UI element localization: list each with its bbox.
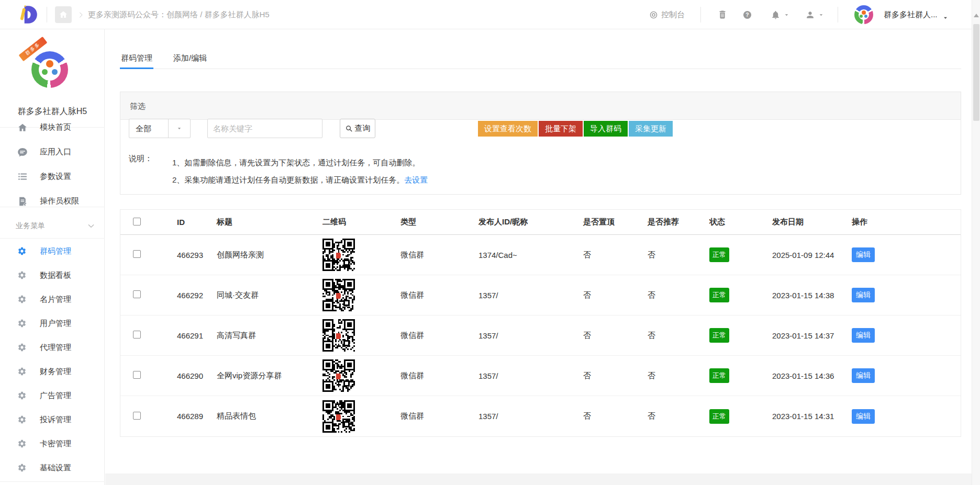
row-recommended: 否 [648, 331, 709, 341]
sidebar-item-basic-settings[interactable]: 基础设置 [0, 456, 105, 480]
row-pinned: 否 [583, 331, 648, 341]
sidebar-item-card-key-management[interactable]: 卡密管理 [0, 432, 105, 456]
edit-button[interactable]: 编辑 [852, 409, 875, 424]
select-value: 全部 [129, 119, 168, 138]
table-row: 466290 全网vip资源分享群 微信群 1357/ 否 否 正常 2023-… [120, 356, 961, 396]
status-badge: 正常 [709, 288, 729, 302]
edit-button[interactable]: 编辑 [852, 328, 875, 343]
tab-group-code-management[interactable]: 群码管理 [120, 50, 153, 69]
collect-update-button[interactable]: 采集更新 [629, 121, 673, 137]
row-publisher: 1357/ [478, 291, 583, 300]
caret-down-icon [168, 119, 190, 138]
row-checkbox[interactable] [133, 412, 141, 420]
row-type: 微信群 [400, 411, 478, 421]
filter-panel-title: 筛选 [120, 92, 961, 120]
clear-cache-button[interactable] [717, 0, 728, 29]
go-to-settings-link[interactable]: 去设置 [404, 175, 428, 184]
topbar-divider [47, 7, 47, 22]
row-title: 高清写真群 [217, 331, 322, 341]
sidebar-item-ad-management[interactable]: 广告管理 [0, 384, 105, 408]
type-filter-select[interactable]: 全部 [129, 119, 191, 138]
sidebar-item-user-management[interactable]: 用户管理 [0, 311, 105, 335]
sidebar-section-business-menu[interactable]: 业务菜单 [0, 216, 105, 236]
bulk-actions: 设置查看次数 批量下架 导入群码 采集更新 [478, 121, 673, 137]
import-group-code-button[interactable]: 导入群码 [584, 121, 628, 137]
row-title: 创颜网络亲测 [217, 250, 322, 260]
document-edit-icon [17, 196, 28, 207]
gear-icon [17, 439, 27, 448]
row-recommended: 否 [648, 290, 709, 300]
row-recommended: 否 [648, 371, 709, 381]
scrollbar[interactable] [972, 0, 980, 485]
edit-button[interactable]: 编辑 [852, 288, 875, 302]
sidebar-item-card-management[interactable]: 名片管理 [0, 287, 105, 311]
scrollbar-thumb[interactable] [973, 24, 979, 121]
topbar: 更多亲测源码公众号：创颜网络 / 群多多社群人脉H5 控制台 群多多社群人... [0, 0, 980, 29]
gear-icon [17, 295, 27, 304]
business-menu: 群码管理 数据看板 名片管理 用户管理 代理管理 财务管理 广告管理 投诉管理 [0, 239, 105, 480]
dashboard-target-icon [649, 10, 658, 19]
row-checkbox[interactable] [133, 250, 141, 258]
col-actions: 操作 [852, 217, 961, 227]
edit-button[interactable]: 编辑 [852, 247, 875, 262]
row-publisher: 1357/ [478, 331, 583, 340]
breadcrumb: 更多亲测源码公众号：创颜网络 / 群多多社群人脉H5 [88, 0, 270, 29]
row-publisher: 1357/ [478, 412, 583, 421]
sidebar-item-app-entry[interactable]: 应用入口 [0, 140, 105, 164]
keyword-input[interactable] [207, 119, 322, 138]
sidebar-item-parameter-settings[interactable]: 参数设置 [0, 164, 105, 189]
note-label: 说明： [129, 154, 152, 164]
search-button[interactable]: 查询 [340, 119, 375, 138]
row-title: 精品表情包 [217, 411, 322, 421]
breadcrumb-home-button[interactable] [55, 6, 72, 23]
table-row: 466293 创颜网络亲测 微信群 1374/Cad~ 否 否 正常 2025-… [120, 235, 961, 275]
group-code-table: ID 标题 二维码 类型 发布人ID/昵称 是否置顶 是否推荐 状态 发布日期 … [120, 209, 961, 437]
row-publisher: 1374/Cad~ [478, 251, 583, 260]
app-logo-d-icon [17, 4, 39, 26]
gear-icon [17, 246, 27, 256]
row-checkbox[interactable] [133, 371, 141, 379]
sidebar-item-complaint-management[interactable]: 投诉管理 [0, 408, 105, 432]
notifications-dropdown[interactable] [771, 0, 789, 29]
row-type: 微信群 [400, 290, 478, 300]
sidebar-item-agent-management[interactable]: 代理管理 [0, 335, 105, 359]
bulk-unpublish-button[interactable]: 批量下架 [539, 121, 583, 137]
row-date: 2023-01-15 14:38 [772, 291, 852, 300]
col-id: ID [177, 218, 217, 227]
page-background-strip [105, 473, 972, 485]
row-date: 2025-01-09 12:44 [772, 251, 852, 260]
chat-icon [17, 147, 28, 157]
scrollbar-up-arrow[interactable] [974, 14, 979, 17]
col-pinned: 是否置顶 [583, 217, 648, 227]
sidebar-item-finance-management[interactable]: 财务管理 [0, 359, 105, 384]
row-date: 2023-01-15 14:36 [772, 371, 852, 380]
account-dropdown[interactable] [805, 0, 824, 29]
row-type: 微信群 [400, 371, 478, 381]
status-badge: 正常 [709, 368, 729, 383]
sidebar-item-operator-permissions[interactable]: 操作员权限 [0, 189, 105, 213]
app-logo [31, 51, 68, 88]
sidebar-item-group-code-management[interactable]: 群码管理 [0, 239, 105, 263]
edit-button[interactable]: 编辑 [852, 368, 875, 383]
row-checkbox[interactable] [133, 331, 141, 339]
tab-add-edit[interactable]: 添加/编辑 [172, 50, 208, 69]
sidebar-item-data-dashboard[interactable]: 数据看板 [0, 263, 105, 287]
col-recommended: 是否推荐 [648, 217, 709, 227]
help-button[interactable] [742, 0, 752, 29]
user-name[interactable]: 群多多社群人... [884, 0, 938, 29]
set-view-count-button[interactable]: 设置查看次数 [478, 121, 538, 137]
divider [0, 238, 105, 239]
avatar[interactable] [854, 5, 873, 24]
col-publisher: 发布人ID/昵称 [478, 217, 583, 227]
row-recommended: 否 [648, 411, 709, 421]
sidebar-item-module-home[interactable]: 模块首页 [0, 115, 105, 140]
qr-code-image [322, 359, 355, 392]
select-all-checkbox[interactable] [133, 218, 141, 225]
row-checkbox[interactable] [133, 290, 141, 298]
row-pinned: 否 [583, 411, 648, 421]
note-line-1: 1、如需删除信息，请先设置为下架状态，通过计划任务，可自动删除。 [172, 154, 428, 171]
caret-down-icon[interactable] [942, 13, 949, 21]
row-pinned: 否 [583, 250, 648, 260]
status-badge: 正常 [709, 247, 729, 262]
console-button[interactable]: 控制台 [649, 0, 685, 29]
